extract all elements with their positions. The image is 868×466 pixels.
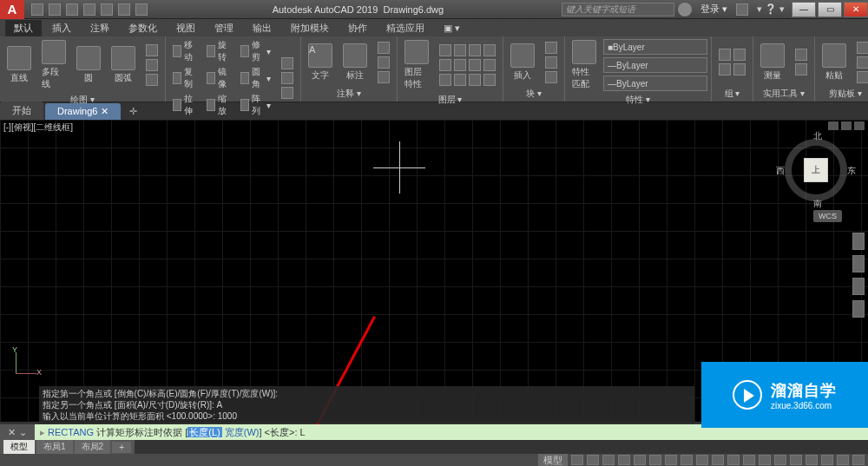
transparency-icon[interactable] <box>681 455 693 465</box>
text-icon: A <box>308 43 332 68</box>
qp-icon[interactable] <box>774 455 786 465</box>
tab-collab[interactable]: 协作 <box>339 20 376 36</box>
statusbar: 模型 <box>0 454 868 466</box>
command-history: 指定第一个角点或 [倒角(C)/标高(E)/圆角(F)/厚度(T)/宽度(W)]… <box>39 386 694 423</box>
doc-max-icon[interactable] <box>841 121 852 130</box>
lock-icon[interactable] <box>790 455 802 465</box>
insert-button[interactable]: 插入 <box>507 42 538 83</box>
color-dropdown[interactable]: ■ ByLayer <box>603 39 707 55</box>
exchange-icon[interactable] <box>736 3 748 16</box>
layout-2[interactable]: 布局2 <box>75 440 111 454</box>
quick-access-toolbar <box>24 3 155 16</box>
tab-insert[interactable]: 插入 <box>43 20 80 36</box>
annomon-icon[interactable] <box>743 455 755 465</box>
nav-orbit-icon[interactable] <box>852 300 865 318</box>
hw-icon[interactable] <box>821 455 833 465</box>
doc-close-icon[interactable] <box>854 121 865 130</box>
tab-default[interactable]: 默认 <box>5 20 42 36</box>
hatch-button[interactable] <box>142 58 161 72</box>
nav-zoom-icon[interactable] <box>852 278 865 295</box>
layout-model[interactable]: 模型 <box>3 440 35 454</box>
circle-button[interactable]: 圆 <box>73 44 104 86</box>
units-icon[interactable] <box>759 455 771 465</box>
tab-output[interactable]: 输出 <box>244 20 280 36</box>
user-avatar-icon[interactable] <box>678 3 692 16</box>
maximize-button[interactable]: ▭ <box>818 2 842 17</box>
custom-icon[interactable] <box>852 455 865 465</box>
qat-plot-icon[interactable] <box>101 3 113 16</box>
copy-button[interactable]: 复制 <box>169 65 200 91</box>
viewcube[interactable]: 上 北 南 东 西 <box>781 135 851 205</box>
tab-featured[interactable]: 精选应用 <box>378 20 433 36</box>
qat-open-icon[interactable] <box>49 3 61 16</box>
minimize-button[interactable]: — <box>792 2 816 17</box>
qat-undo-icon[interactable] <box>118 3 130 16</box>
panel-modify: 移动 复制 拉伸 旋转 镜像 缩放 修剪 ▾ 圆角 ▾ 阵列 ▾ 修改 ▾ <box>166 36 301 102</box>
line-button[interactable]: 直线 <box>3 44 35 86</box>
tab-view[interactable]: 视图 <box>168 20 204 36</box>
help-icon[interactable]: ▾ ❔ ▾ <box>752 3 790 15</box>
nav-pan-icon[interactable] <box>852 255 865 272</box>
status-model-button[interactable]: 模型 <box>538 454 568 467</box>
wcs-badge[interactable]: WCS <box>813 210 842 222</box>
grid-toggle-icon[interactable] <box>571 455 583 465</box>
tab-annotate[interactable]: 注释 <box>82 20 118 36</box>
tab-param[interactable]: 参数化 <box>120 20 166 36</box>
lineweight-dropdown[interactable]: — ByLayer <box>603 57 707 73</box>
nav-bar <box>852 233 865 318</box>
qat-redo-icon[interactable] <box>135 3 148 16</box>
isolate-icon[interactable] <box>806 455 818 465</box>
osnap-toggle-icon[interactable] <box>634 455 646 465</box>
login-button[interactable]: 登录 ▾ <box>695 3 733 16</box>
mirror-button[interactable]: 镜像 <box>203 65 233 91</box>
add-tab-icon[interactable]: ✛ <box>122 103 144 120</box>
fillet-button[interactable]: 圆角 ▾ <box>237 65 274 91</box>
dim-button[interactable]: 标注 <box>339 42 371 83</box>
polar-toggle-icon[interactable] <box>618 455 630 465</box>
tab-expand-icon[interactable]: ▣ ▾ <box>435 21 469 36</box>
otrack-toggle-icon[interactable] <box>649 455 661 465</box>
rotate-button[interactable]: 旋转 <box>203 38 233 64</box>
stretch-button[interactable]: 拉伸 <box>169 92 200 118</box>
help-search[interactable]: 键入关键字或短语 <box>562 3 674 16</box>
polyline-button[interactable]: 多段线 <box>38 38 69 92</box>
tab-start[interactable]: 开始 <box>0 102 43 120</box>
layout-add-icon[interactable]: + <box>112 442 131 453</box>
match-props-button[interactable]: 特性匹配 <box>569 38 600 92</box>
layer-props-button[interactable]: 图层特性 <box>401 38 432 92</box>
linetype-dropdown[interactable]: — ByLayer <box>603 75 707 91</box>
app-logo[interactable]: A <box>0 0 24 19</box>
lwt-toggle-icon[interactable] <box>665 455 677 465</box>
tab-close-icon[interactable]: ✕ <box>101 106 108 116</box>
scale-button[interactable]: 缩放 <box>203 92 233 118</box>
measure-icon <box>760 43 785 68</box>
qat-new-icon[interactable] <box>31 3 43 16</box>
qat-saveas-icon[interactable] <box>83 3 95 16</box>
doc-min-icon[interactable] <box>828 121 838 130</box>
text-button[interactable]: A文字 <box>305 42 336 83</box>
snap-toggle-icon[interactable] <box>587 455 599 465</box>
nav-wheel-icon[interactable] <box>852 233 865 250</box>
ellipse-button[interactable] <box>142 73 161 87</box>
workspace-icon[interactable] <box>727 455 740 465</box>
clean-icon[interactable] <box>837 455 849 465</box>
tab-manage[interactable]: 管理 <box>206 20 242 36</box>
qat-save-icon[interactable] <box>66 3 78 16</box>
cmd-toggle-icon[interactable]: ✕ ⌄ <box>0 424 35 440</box>
ribbon-tabs: 默认 插入 注释 参数化 视图 管理 输出 附加模块 协作 精选应用 ▣ ▾ <box>0 19 868 36</box>
close-button[interactable]: ✕ <box>844 2 868 17</box>
rect-button[interactable] <box>142 43 161 57</box>
annoscale-icon[interactable] <box>712 455 724 465</box>
tab-addons[interactable]: 附加模块 <box>282 20 338 36</box>
tab-drawing6[interactable]: Drawing6 ✕ <box>45 103 121 120</box>
trim-button[interactable]: 修剪 ▾ <box>237 38 274 64</box>
layout-1[interactable]: 布局1 <box>36 440 73 454</box>
cycle-icon[interactable] <box>696 455 708 465</box>
paste-button[interactable]: 粘贴 <box>819 42 850 83</box>
viewport-label[interactable]: [-][俯视][二维线框] <box>3 121 73 134</box>
arc-button[interactable]: 圆弧 <box>108 44 139 86</box>
ortho-toggle-icon[interactable] <box>602 455 615 465</box>
move-button[interactable]: 移动 <box>169 38 200 64</box>
measure-button[interactable]: 测量 <box>757 42 788 83</box>
array-button[interactable]: 阵列 ▾ <box>237 92 274 118</box>
